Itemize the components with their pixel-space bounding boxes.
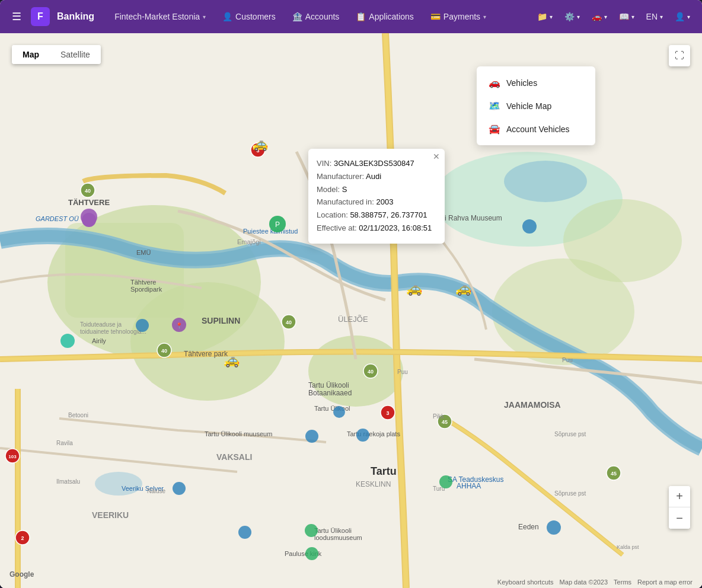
map-type-map-button[interactable]: Map	[12, 45, 50, 64]
nav-customers[interactable]: 👤 Customers	[216, 8, 282, 25]
nav-lang-button[interactable]: EN ▾	[642, 9, 668, 24]
car-arrow: ▾	[604, 14, 607, 20]
map-fullscreen-button[interactable]: ⛶	[669, 45, 690, 66]
map-zoom-in-button[interactable]: +	[669, 486, 690, 507]
svg-point-80	[60, 334, 75, 348]
terms-link[interactable]: Terms	[614, 579, 631, 586]
nav-fintech[interactable]: Fintech-Market Estonia ▾	[109, 8, 212, 25]
map-data-label: Map data ©2023	[560, 579, 608, 586]
svg-text:Kalda pst: Kalda pst	[617, 544, 639, 550]
keyboard-shortcuts-link[interactable]: Keyboard shortcuts	[497, 579, 554, 586]
nav-settings-button[interactable]: ⚙️ ▾	[560, 9, 585, 24]
map-container[interactable]: 40 3 40 3 40 40 45 45 103 2 T	[0, 33, 702, 588]
nav-folder-button[interactable]: 📁 ▾	[532, 9, 557, 24]
vehicle-marker-1[interactable]: 🚕	[252, 136, 268, 152]
lang-label: EN	[646, 12, 658, 21]
map-icon: 🗺️	[489, 100, 500, 111]
applications-icon: 📋	[356, 12, 366, 21]
svg-text:Sõpruse pst: Sõpruse pst	[554, 490, 586, 497]
lang-arrow: ▾	[660, 14, 663, 20]
folder-arrow: ▾	[550, 14, 553, 20]
popup-location-value2: 58.388757, 26.737701	[350, 210, 427, 219]
svg-text:EMÜ: EMÜ	[136, 249, 151, 256]
svg-point-7	[563, 199, 682, 282]
svg-text:Tartu raekoja plats: Tartu raekoja plats	[347, 430, 400, 437]
svg-point-9	[95, 472, 142, 496]
user-arrow: ▾	[687, 14, 690, 20]
svg-text:103: 103	[8, 454, 17, 459]
popup-effective-label: Effective at:	[317, 223, 357, 232]
vehicle-info-popup: ✕ VIN: 3GNAL3EK3DS530847 Manufacturer: A…	[308, 149, 445, 244]
nav-right-controls: 📁 ▾ ⚙️ ▾ 🚗 ▾ 📖 ▾ EN ▾ 👤 ▾	[532, 9, 695, 24]
map-svg: 40 3 40 3 40 40 45 45 103 2 T	[0, 33, 702, 588]
dropdown-item-vehicle-map[interactable]: 🗺️ Vehicle Map	[477, 94, 595, 117]
vehicle-marker-2[interactable]: 🚕	[406, 281, 422, 296]
popup-close-button[interactable]: ✕	[433, 152, 440, 161]
map-background: 40 3 40 3 40 40 45 45 103 2 T	[0, 33, 702, 588]
svg-text:📍: 📍	[176, 322, 183, 330]
popup-manufacturer-line: Manufacturer: Audi	[317, 171, 435, 183]
popup-location-line: Location: 58.388757, 26.737701	[317, 209, 435, 222]
svg-text:40: 40	[85, 188, 91, 194]
dropdown-item-vehicles[interactable]: 🚗 Vehicles	[477, 71, 595, 94]
google-watermark: Google	[9, 570, 34, 579]
svg-text:Ilmatsalu: Ilmatsalu	[56, 478, 80, 485]
svg-point-88	[439, 475, 452, 488]
dropdown-item-account-vehicles[interactable]: 🚘 Account Vehicles	[477, 117, 595, 140]
nav-user-button[interactable]: 👤 ▾	[670, 9, 695, 24]
svg-text:Sõpruse pst: Sõpruse pst	[554, 431, 586, 437]
nav-payments[interactable]: 💳 Payments ▾	[425, 8, 492, 25]
report-link[interactable]: Report a map error	[637, 579, 693, 586]
svg-text:VEERIKU: VEERIKU	[92, 510, 129, 520]
hamburger-button[interactable]: ☰	[7, 8, 26, 25]
svg-text:Tartu: Tartu	[371, 465, 397, 477]
svg-point-77	[82, 213, 96, 227]
nav-applications[interactable]: 📋 Applications	[350, 8, 420, 25]
accounts-icon: 🏦	[292, 12, 302, 21]
map-type-satellite-button[interactable]: Satellite	[50, 45, 101, 64]
svg-point-83	[305, 430, 318, 443]
vehicle-marker-3[interactable]: 🚕	[455, 281, 471, 296]
svg-point-89	[547, 520, 561, 535]
svg-text:SUPILINN: SUPILINN	[202, 316, 240, 325]
svg-text:TÄHTVERE: TÄHTVERE	[68, 198, 110, 207]
svg-text:Tähtvere: Tähtvere	[130, 279, 156, 286]
svg-point-87	[173, 482, 186, 495]
nav-applications-label: Applications	[369, 12, 414, 21]
svg-text:Puiestee kalmistud: Puiestee kalmistud	[243, 228, 298, 235]
svg-text:Toiduteaduse ja: Toiduteaduse ja	[80, 321, 122, 328]
nav-accounts[interactable]: 🏦 Accounts	[286, 8, 346, 25]
nav-vehicles-button[interactable]: 🚗 ▾	[587, 9, 612, 24]
popup-manufacturer-value2: Audi	[366, 172, 381, 181]
popup-year-line: Manufactured in: 2003	[317, 196, 435, 209]
svg-point-85	[305, 524, 318, 537]
svg-text:P: P	[275, 220, 280, 229]
popup-year-label: Manufactured in:	[317, 197, 374, 206]
vehicle-marker-4[interactable]: 🚕	[224, 353, 240, 368]
svg-text:40: 40	[286, 319, 292, 325]
svg-text:Tartu Ülikooli: Tartu Ülikooli	[308, 381, 349, 389]
screen: ☰ F Banking Fintech-Market Estonia ▾ 👤 C…	[0, 0, 702, 588]
map-zoom-out-button[interactable]: −	[669, 507, 690, 529]
svg-text:45: 45	[442, 419, 448, 425]
svg-text:2: 2	[21, 535, 24, 541]
svg-text:Tähtvere park: Tähtvere park	[184, 350, 228, 358]
svg-text:Betooni: Betooni	[68, 412, 88, 418]
svg-text:Emajõgi: Emajõgi	[237, 238, 261, 245]
user-icon: 👤	[675, 12, 685, 21]
book-arrow: ▾	[631, 14, 634, 20]
app-logo: F	[31, 7, 50, 26]
payments-icon: 💳	[430, 12, 441, 21]
svg-text:Spordipark: Spordipark	[130, 286, 162, 293]
svg-text:ÜLEJÕE: ÜLEJÕE	[338, 315, 368, 324]
popup-manufacturer-label: Manufacturer:	[317, 172, 364, 181]
popup-year-value2: 2003	[376, 197, 393, 206]
account-car-icon: 🚘	[489, 123, 500, 135]
nav-book-button[interactable]: 📖 ▾	[614, 9, 639, 24]
svg-point-8	[504, 161, 587, 202]
dropdown-account-vehicles-label: Account Vehicles	[506, 124, 570, 134]
book-icon: 📖	[619, 12, 629, 21]
svg-text:Pikk: Pikk	[433, 413, 445, 420]
svg-text:Puu: Puu	[562, 357, 573, 363]
svg-text:KESKLINN: KESKLINN	[356, 480, 391, 488]
